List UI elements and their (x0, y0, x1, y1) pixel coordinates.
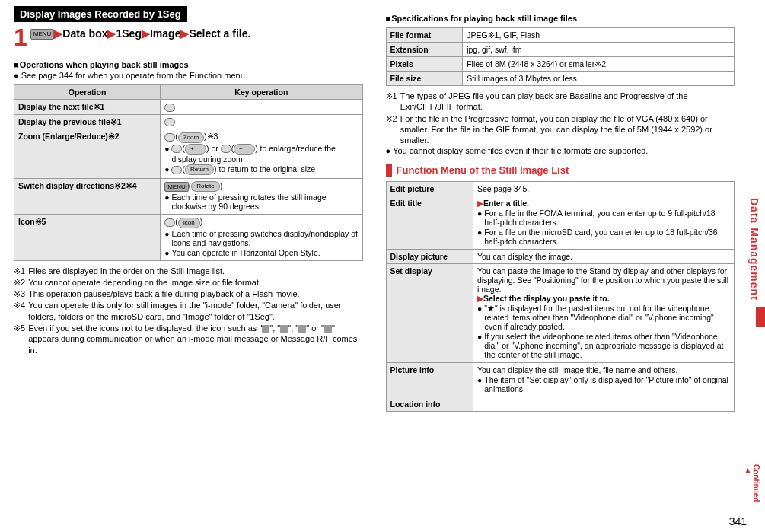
mail-button-icon (221, 145, 231, 153)
side-tab-marker (756, 307, 765, 327)
function-menu-table: Edit picture See page 345. Edit title ▶E… (386, 181, 735, 412)
icon-pill: Icon (178, 218, 200, 228)
step-number: 1 (14, 25, 27, 49)
status-icon (280, 325, 288, 333)
center-button-icon (171, 166, 182, 174)
page-number: 341 (729, 515, 747, 527)
table-row: PixelsFiles of 8M (2448 x 3264) or small… (386, 57, 735, 72)
table-row: Switch display directions※2※4 MENU(Rotat… (14, 179, 363, 215)
table-row: File sizeStill images of 3 Mbytes or les… (386, 72, 735, 86)
table-row: Display picture You can display the imag… (386, 250, 735, 264)
table-row: Set display You can paste the image to t… (386, 264, 735, 363)
table-row: Picture info You can display the still i… (386, 363, 735, 397)
table-row: Zoom (Enlarge/Reduce)※2 (Zoom)※3 ●(+) or… (14, 129, 363, 179)
section-header: Display Images Recorded by 1Seg (14, 6, 187, 22)
op-note: ●See page 344 for when you operate from … (14, 71, 363, 80)
center-button-icon (164, 133, 175, 142)
col-key-operation: Key operation (161, 85, 362, 100)
operations-table: Operation Key operation Display the next… (14, 84, 363, 261)
table-row: Display the previous file※1 (14, 114, 363, 129)
step-row: 1 MENU▶Data box▶1Seg▶Image▶Select a file… (14, 25, 363, 49)
camera-button-icon (164, 218, 175, 227)
side-tab-label: Data Management (748, 198, 760, 301)
spec-heading: Specifications for playing back still im… (386, 14, 735, 23)
menu-pill: MENU (164, 182, 189, 192)
status-icon (324, 325, 332, 333)
status-icon (298, 325, 306, 333)
menu-pill: MENU (30, 29, 55, 40)
table-row: File formatJPEG※1, GIF, Flash (386, 28, 735, 43)
table-row: Icon※5 (Icon) ●Each time of pressing swi… (14, 215, 363, 260)
table-row: Extensionjpg, gif, swf, ifm (386, 43, 735, 57)
operations-heading: Operations when playing back still image… (14, 60, 363, 69)
status-icon (262, 325, 269, 333)
col-operation: Operation (14, 85, 161, 100)
function-menu-title: Function Menu of the Still Image List (386, 164, 735, 177)
plus-pill: + (185, 144, 206, 155)
minus-pill: − (234, 144, 255, 155)
table-row: Edit picture See page 345. (386, 182, 735, 196)
spec-footnotes: ※1The types of JPEG file you can play ba… (386, 91, 735, 145)
continued-marker: Continued (744, 464, 760, 502)
table-row: Location info (386, 397, 735, 412)
footnotes: ※1Files are displayed in the order on th… (14, 266, 363, 355)
nav-left-icon (164, 118, 175, 126)
rotate-pill: Rotate (191, 181, 220, 192)
spec-extra: ●You cannot display some files even if t… (386, 146, 735, 155)
table-row: Display the next file※1 (14, 100, 363, 115)
return-pill: Return (185, 164, 214, 175)
nav-right-icon (164, 104, 175, 112)
spec-table: File formatJPEG※1, GIF, Flash Extensionj… (386, 27, 735, 86)
mail-button-icon (171, 145, 182, 153)
step-text: MENU▶Data box▶1Seg▶Image▶Select a file. (30, 25, 251, 40)
table-row: Edit title ▶Enter a title. ●For a file i… (386, 196, 735, 250)
zoom-pill: Zoom (178, 132, 204, 143)
